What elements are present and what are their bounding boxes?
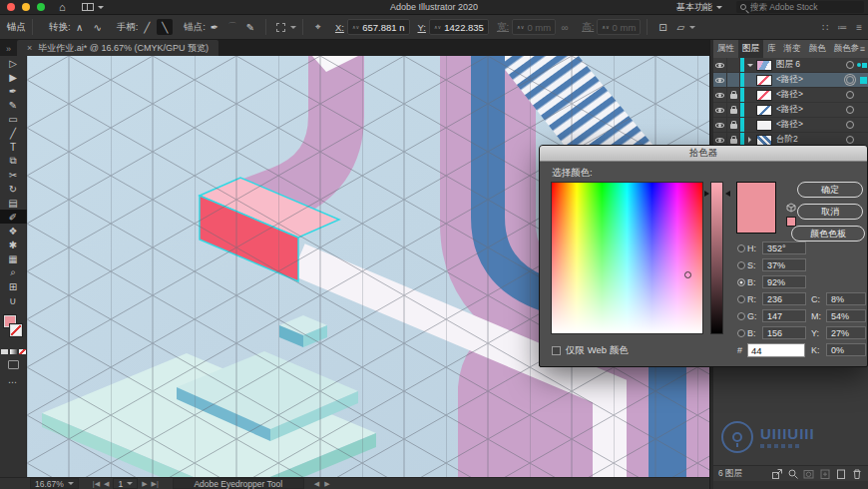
make-mask-icon[interactable]: [803, 468, 815, 480]
s-value-field[interactable]: 37%: [762, 258, 806, 271]
panel-menu-icon[interactable]: ≡: [860, 44, 865, 54]
tab-properties[interactable]: 属性: [713, 40, 738, 58]
next-status-button[interactable]: ▶: [324, 480, 329, 488]
blend-tool[interactable]: ❖: [0, 224, 27, 238]
ok-button[interactable]: 确定: [797, 182, 863, 198]
layer-name[interactable]: <路径>: [776, 74, 846, 86]
cut-path-button[interactable]: ✎: [242, 19, 258, 35]
align-options-icon[interactable]: ≔: [837, 22, 847, 33]
visibility-toggle[interactable]: [713, 103, 727, 117]
stepper-icon[interactable]: ∧∨: [434, 25, 441, 29]
target-circle[interactable]: [846, 91, 854, 99]
tools-collapse-icon[interactable]: »: [6, 44, 11, 54]
new-layer-icon[interactable]: [835, 468, 847, 480]
target-circle[interactable]: [846, 121, 854, 129]
visibility-toggle[interactable]: [713, 88, 727, 102]
shear-button[interactable]: ▱: [672, 19, 688, 35]
zoom-level-dropdown[interactable]: 16.67%: [30, 478, 79, 489]
lock-toggle[interactable]: [727, 73, 740, 87]
layer-row[interactable]: <路径>: [713, 73, 868, 88]
transform-button[interactable]: ⊡: [654, 19, 670, 35]
b2-radio[interactable]: [737, 329, 745, 337]
lock-toggle[interactable]: [727, 118, 740, 132]
rotate-tool[interactable]: ↻: [0, 182, 27, 196]
more-tools-button[interactable]: ⋯: [8, 377, 18, 387]
tab-color-guide[interactable]: 颜色参: [830, 40, 864, 58]
target-circle[interactable]: [846, 76, 854, 84]
target-circle[interactable]: [846, 106, 854, 114]
remove-anchor-button[interactable]: ✒: [207, 19, 222, 35]
h-radio[interactable]: [737, 244, 745, 252]
tab-color[interactable]: 颜色: [805, 40, 830, 58]
expand-toggle[interactable]: [744, 61, 755, 70]
cancel-button[interactable]: 取消: [797, 204, 863, 220]
h-value-field[interactable]: 352°: [762, 242, 806, 254]
target-circle[interactable]: [846, 136, 854, 144]
brightness-slider[interactable]: [710, 182, 723, 334]
layer-row[interactable]: <路径>: [713, 118, 868, 133]
stepper-icon[interactable]: ∧∨: [352, 25, 359, 29]
link-dimensions-icon[interactable]: ∞: [557, 19, 573, 35]
layer-name[interactable]: 图层 6: [776, 59, 846, 71]
rectangle-tool[interactable]: ▭: [0, 112, 27, 126]
visibility-toggle[interactable]: [713, 118, 727, 132]
none-button[interactable]: [19, 349, 26, 354]
y-label[interactable]: Y:: [418, 22, 426, 33]
out-of-web-gamut-icon[interactable]: [785, 202, 797, 214]
visibility-toggle[interactable]: [713, 73, 727, 87]
search-input[interactable]: [750, 2, 860, 12]
artboard-tool[interactable]: ⊞: [0, 279, 27, 293]
type-tool[interactable]: T: [0, 140, 27, 154]
k-value-field[interactable]: 0%: [826, 343, 866, 356]
layer-row[interactable]: <路径>: [713, 88, 868, 103]
lock-toggle[interactable]: [727, 103, 740, 117]
g-radio[interactable]: [737, 312, 745, 320]
locate-object-icon[interactable]: [787, 468, 799, 480]
free-transform-tool[interactable]: ⧉: [0, 154, 27, 168]
slider-arrow-left-icon[interactable]: [704, 191, 709, 197]
grid-options-icon[interactable]: ∷: [822, 22, 828, 33]
workspace-switcher[interactable]: 基本功能: [676, 1, 722, 14]
next-artboard-button[interactable]: ▶: [142, 480, 147, 488]
layer-row[interactable]: 图层 6: [713, 58, 868, 73]
draw-mode-button[interactable]: [8, 360, 19, 369]
pen-tool[interactable]: ✒: [0, 84, 27, 98]
r-radio[interactable]: [737, 295, 745, 303]
curvature-tool[interactable]: ✎: [0, 98, 27, 112]
web-safe-swatch[interactable]: [786, 217, 796, 227]
document-tab[interactable]: × 毕业作业.ai* @ 16.67% (CMYK/GPU 预览): [17, 40, 218, 56]
delete-layer-icon[interactable]: [851, 468, 863, 480]
x-label[interactable]: X:: [335, 22, 344, 33]
color-field-marker[interactable]: [684, 271, 691, 278]
status-tool-display[interactable]: Adobe Eyedropper Tool: [173, 478, 304, 489]
scissors-tool[interactable]: ✂: [0, 168, 27, 182]
color-field[interactable]: [551, 182, 703, 334]
gradient-button[interactable]: [10, 349, 17, 354]
r-value-field[interactable]: 236: [762, 292, 806, 305]
reference-point-icon[interactable]: ⌖: [310, 19, 326, 35]
prev-artboard-button[interactable]: ◀: [104, 480, 109, 488]
b-radio[interactable]: [737, 278, 745, 286]
shape-builder-tool[interactable]: ∪: [0, 293, 27, 307]
color-button[interactable]: [1, 349, 8, 354]
lock-toggle[interactable]: [727, 88, 740, 102]
artboard-number-dropdown[interactable]: 1: [113, 478, 138, 489]
visibility-toggle[interactable]: [713, 58, 727, 72]
symbol-sprayer-tool[interactable]: ✱: [0, 238, 27, 251]
b2-value-field[interactable]: 156: [762, 326, 806, 339]
stroke-swatch[interactable]: [10, 324, 22, 336]
tab-gradient[interactable]: 渐变: [780, 40, 805, 58]
color-swatches-button[interactable]: 颜色色板: [791, 226, 865, 242]
convert-corner-button[interactable]: ∧: [72, 19, 88, 35]
gradient-tool[interactable]: ▤: [0, 196, 27, 210]
c-value-field[interactable]: 8%: [826, 292, 866, 305]
hide-handles-button[interactable]: ╲: [157, 19, 173, 35]
new-sublayer-icon[interactable]: [819, 468, 831, 480]
expand-toggle[interactable]: [744, 137, 755, 143]
direct-selection-tool[interactable]: ▷: [0, 56, 27, 70]
s-radio[interactable]: [737, 261, 745, 269]
selection-tool[interactable]: ▶: [0, 70, 27, 84]
y-value-field[interactable]: 27%: [826, 326, 866, 339]
last-artboard-button[interactable]: ▶|: [152, 480, 159, 488]
panel-list-icon[interactable]: ≡: [856, 22, 862, 33]
